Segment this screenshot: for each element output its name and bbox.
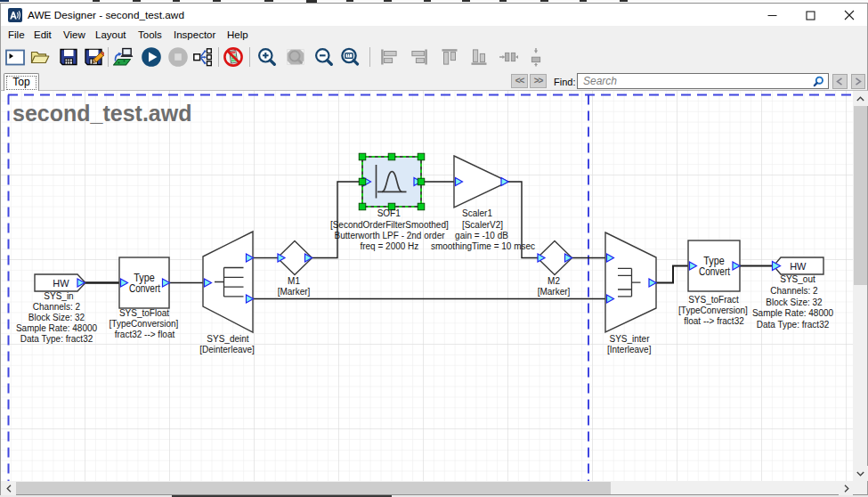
sys-inter-labels: SYS_inter [Interleave]: [607, 334, 652, 355]
zoom-out-button[interactable]: [313, 46, 335, 68]
scroll-right-button[interactable]: [839, 481, 854, 495]
block-name: SYS_deint: [207, 334, 248, 344]
save-design-button[interactable]: [58, 46, 79, 68]
scrollbar-corner: [853, 481, 868, 495]
distribute-vertical-button[interactable]: [525, 46, 547, 68]
menu-edit[interactable]: Edit: [28, 26, 57, 44]
block-prop: Sample Rate: 48000: [16, 323, 98, 333]
align-left-icon: [378, 46, 400, 68]
block-prop: Block Size: 32: [766, 297, 823, 307]
propose-target-button[interactable]: [112, 46, 134, 68]
open-folder-icon: [29, 46, 51, 68]
scroll-left-button[interactable]: [1, 481, 16, 495]
close-button[interactable]: [830, 4, 868, 27]
menu-bar: File Edit View Layout Tools Inspector He…: [0, 26, 868, 45]
vertical-scrollbar[interactable]: [853, 91, 868, 481]
find-next-button[interactable]: [851, 74, 866, 89]
block-info: gain = -10 dB: [455, 231, 508, 240]
server-blocked-icon: [223, 46, 244, 68]
new-design-button[interactable]: [4, 46, 26, 68]
find-prev-button[interactable]: [832, 74, 848, 89]
block-type: [SecondOrderFilterSmoothed]: [330, 220, 449, 230]
profile-layout-button[interactable]: [191, 46, 213, 68]
play-icon: [141, 46, 162, 68]
block-type: [ScalerV2]: [462, 220, 503, 230]
block-type: [Marker]: [278, 287, 311, 297]
block-name: SYS_inter: [609, 334, 650, 344]
block-prop: Data Type: fract32: [757, 320, 830, 330]
window-title: AWE Designer - second_test.awd: [28, 4, 184, 27]
sys-tofract-labels: SYS_toFract [TypeConversion] float --> f…: [678, 295, 748, 326]
maximize-icon: [806, 11, 815, 20]
block-sys-tofract[interactable]: Type Convert SYS_toFract [TypeConversion…: [678, 240, 748, 326]
block-type: [Deinterleave]: [199, 345, 255, 354]
menu-file[interactable]: File: [3, 26, 30, 44]
menu-view[interactable]: View: [58, 26, 91, 44]
design-canvas[interactable]: second_test.awd HW SYS_in: [0, 91, 853, 481]
zoom-in-button[interactable]: [256, 46, 278, 68]
scroll-down-icon: [856, 471, 864, 477]
zoom-fit-button[interactable]: [285, 46, 306, 68]
minimize-button[interactable]: [753, 4, 791, 27]
schematic-svg: second_test.awd HW SYS_in: [1, 91, 854, 481]
zoom-in-icon: [256, 46, 278, 68]
align-bottom-icon: [468, 46, 490, 68]
block-name: M2: [548, 276, 560, 286]
title-bar[interactable]: AWE Designer - second_test.awd: [0, 3, 868, 26]
vertical-scroll-thumb[interactable]: [854, 106, 867, 285]
align-left-button[interactable]: [378, 46, 400, 68]
block-type: [TypeConversion]: [110, 319, 179, 329]
menu-tools[interactable]: Tools: [133, 26, 167, 44]
build-and-run-button[interactable]: [141, 46, 162, 68]
block-type: [TypeConversion]: [678, 306, 748, 315]
align-bottom-button[interactable]: [468, 46, 490, 68]
open-design-button[interactable]: [29, 46, 51, 68]
find-next-all-button[interactable]: >>: [530, 74, 547, 88]
menu-layout[interactable]: Layout: [90, 26, 132, 44]
find-prev-all-button[interactable]: <<: [511, 74, 528, 88]
block-info: freq = 2000 Hz: [360, 241, 418, 251]
stop-button[interactable]: [167, 46, 189, 68]
align-right-button[interactable]: [409, 46, 430, 68]
block-text: Convert: [699, 265, 731, 278]
block-type: [Marker]: [538, 287, 571, 297]
distribute-vertical-icon: [525, 46, 547, 68]
scroll-right-icon: [844, 485, 849, 493]
toolbar: [0, 45, 868, 72]
profile-tree-icon: [191, 46, 213, 68]
server-blocked-button[interactable]: [223, 46, 244, 68]
align-right-icon: [409, 46, 430, 68]
block-prop: Data Type: fract32: [20, 334, 93, 344]
save-as-icon: [83, 46, 104, 68]
toolbar-separator: [108, 47, 109, 67]
stop-icon: [167, 46, 189, 68]
zoom-fit-icon: [285, 46, 306, 68]
system-title: second_test.awd: [12, 101, 191, 126]
minimize-icon: [767, 11, 777, 20]
distribute-horizontal-icon: [498, 46, 519, 68]
block-name: Scaler1: [462, 208, 492, 218]
distribute-horizontal-button[interactable]: [498, 46, 519, 68]
toolbar-separator: [218, 47, 219, 67]
maximize-button[interactable]: [791, 4, 830, 27]
scroll-up-button[interactable]: [853, 91, 868, 106]
block-text: Convert: [129, 282, 161, 295]
menu-inspector[interactable]: Inspector: [168, 26, 221, 44]
block-prop: Channels: 2: [33, 302, 81, 312]
new-design-icon: [4, 46, 26, 68]
save-design-as-button[interactable]: [83, 46, 104, 68]
search-input[interactable]: [583, 75, 806, 87]
horizontal-scrollbar[interactable]: [0, 481, 853, 495]
align-top-button[interactable]: [439, 46, 460, 68]
save-icon: [58, 46, 79, 68]
scroll-down-button[interactable]: [853, 466, 868, 481]
block-info: fract32 --> float: [115, 330, 175, 339]
zoom-selection-button[interactable]: [339, 46, 361, 68]
horizontal-scroll-thumb[interactable]: [16, 482, 611, 494]
block-name: M1: [288, 276, 300, 286]
menu-help[interactable]: Help: [222, 26, 254, 44]
tab-top[interactable]: Top: [4, 73, 39, 91]
find-input-wrap: [577, 73, 829, 89]
block-info: smoothingTime = 10 msec: [431, 241, 535, 251]
block-sys-tofloat[interactable]: Type Convert SYS_toFloat [TypeConversion…: [110, 257, 179, 339]
